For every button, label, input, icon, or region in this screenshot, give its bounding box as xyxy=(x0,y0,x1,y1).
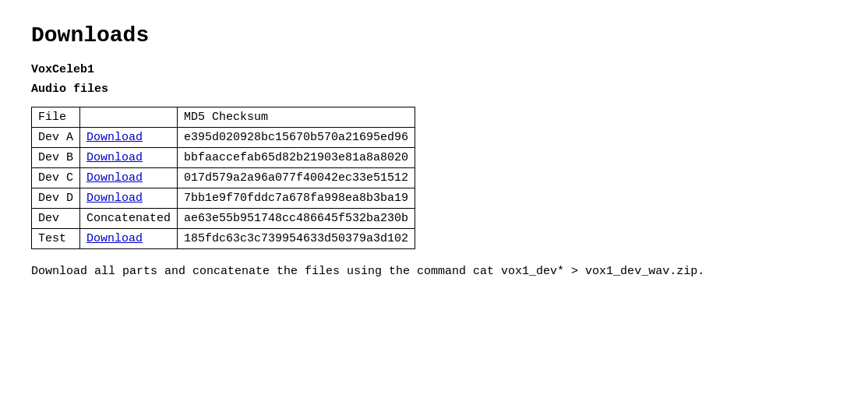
col-header-file: File xyxy=(32,107,80,128)
cell-link[interactable]: Download xyxy=(80,148,178,168)
cell-file: Dev D xyxy=(32,188,80,209)
cell-link[interactable]: Download xyxy=(80,188,178,209)
cell-checksum: ae63e55b951748cc486645f532ba230b xyxy=(178,209,415,229)
col-header-link xyxy=(80,107,178,128)
section-title: VoxCeleb1 xyxy=(31,63,837,76)
table-row: Dev BDownloadbbfaaccefab65d82b21903e81a8… xyxy=(32,148,415,168)
cell-link[interactable]: Download xyxy=(80,229,178,249)
table-header-row: File MD5 Checksum xyxy=(32,107,415,128)
cell-file: Test xyxy=(32,229,80,249)
page-title: Downloads xyxy=(31,23,837,48)
cell-file: Dev C xyxy=(32,168,80,188)
cell-checksum: 7bb1e9f70fddc7a678fa998ea8b3ba19 xyxy=(178,188,415,209)
cell-file: Dev A xyxy=(32,128,80,148)
cell-checksum: bbfaaccefab65d82b21903e81a8a8020 xyxy=(178,148,415,168)
cell-link[interactable]: Download xyxy=(80,128,178,148)
table-row: Dev DDownload7bb1e9f70fddc7a678fa998ea8b… xyxy=(32,188,415,209)
cell-link: Concatenated xyxy=(80,209,178,229)
download-link[interactable]: Download xyxy=(86,192,143,205)
subsection-title: Audio files xyxy=(31,83,837,96)
cell-link[interactable]: Download xyxy=(80,168,178,188)
table-row: DevConcatenatedae63e55b951748cc486645f53… xyxy=(32,209,415,229)
cell-checksum: 185fdc63c3c739954633d50379a3d102 xyxy=(178,229,415,249)
table-row: Dev CDownload017d579a2a96a077f40042ec33e… xyxy=(32,168,415,188)
cell-checksum: e395d020928bc15670b570a21695ed96 xyxy=(178,128,415,148)
col-header-checksum: MD5 Checksum xyxy=(178,107,415,128)
download-link[interactable]: Download xyxy=(86,232,143,245)
cell-checksum: 017d579a2a96a077f40042ec33e51512 xyxy=(178,168,415,188)
downloads-table: File MD5 Checksum Dev ADownloade395d0209… xyxy=(31,107,415,249)
cell-file: Dev xyxy=(32,209,80,229)
table-row: TestDownload185fdc63c3c739954633d50379a3… xyxy=(32,229,415,249)
download-link[interactable]: Download xyxy=(86,171,143,185)
download-link[interactable]: Download xyxy=(86,151,143,164)
cell-file: Dev B xyxy=(32,148,80,168)
download-link[interactable]: Download xyxy=(86,131,143,144)
footer-note: Download all parts and concatenate the f… xyxy=(31,265,837,278)
table-row: Dev ADownloade395d020928bc15670b570a2169… xyxy=(32,128,415,148)
